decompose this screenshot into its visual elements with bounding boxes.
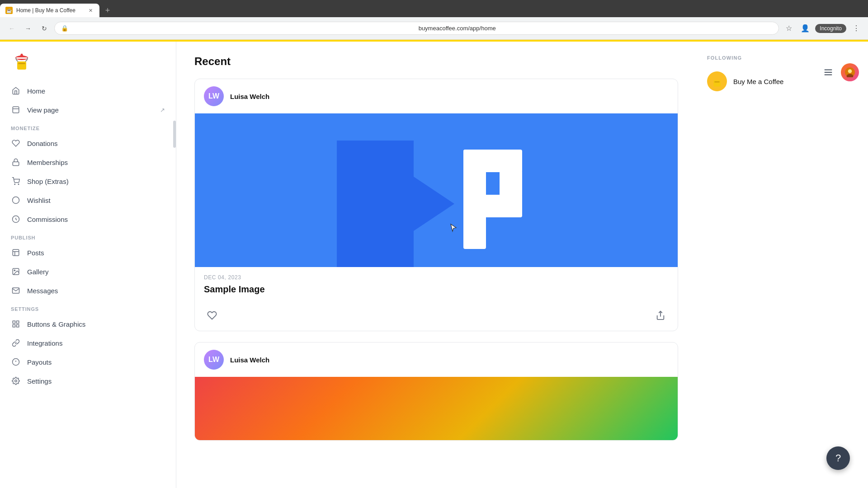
logo-icon	[12, 52, 32, 71]
post-image-1	[195, 113, 678, 267]
toolbar-icons: ☆ 👤 Incognito ⋮	[783, 22, 863, 35]
new-tab-button[interactable]: +	[101, 4, 114, 17]
scrollbar-thumb	[173, 121, 176, 148]
home-icon	[11, 86, 21, 96]
post-title-1: Sample Image	[204, 284, 669, 295]
sidebar: Home View page ↗ MONETIZE Donations	[0, 42, 176, 488]
publish-section-title: PUBLISH	[0, 229, 176, 243]
svg-point-10	[18, 184, 19, 185]
menu-icon[interactable]: ⋮	[850, 22, 863, 35]
page-title: Recent	[194, 55, 678, 68]
commissions-icon	[11, 214, 21, 224]
sidebar-item-buttons-graphics[interactable]: Buttons & Graphics	[0, 314, 176, 333]
help-icon: ?	[835, 452, 841, 464]
header-right	[821, 63, 859, 81]
reload-button[interactable]: ↻	[38, 22, 51, 35]
incognito-badge[interactable]: Incognito	[815, 24, 846, 33]
svg-rect-4	[17, 61, 26, 70]
post-date-1: DEC 04, 2023	[204, 274, 669, 281]
following-avatar-bmc	[707, 71, 727, 91]
post-image-2	[195, 377, 678, 440]
sidebar-item-commissions[interactable]: Commissions	[0, 210, 176, 229]
settings-section-title: SETTINGS	[0, 300, 176, 314]
author-avatar-2: LW	[204, 350, 224, 370]
hamburger-button[interactable]	[821, 65, 835, 80]
tab-title: Home | Buy Me a Coffee	[16, 7, 83, 14]
sidebar-item-shop[interactable]: Shop (Extras)	[0, 172, 176, 191]
like-button-1[interactable]	[204, 307, 220, 324]
post-image-2-bg	[195, 377, 678, 440]
sidebar-item-settings[interactable]: Settings	[0, 371, 176, 390]
sidebar-scrollbar[interactable]	[173, 42, 176, 488]
sidebar-item-integrations[interactable]: Integrations	[0, 333, 176, 352]
right-sidebar: FOLLOWING Buy Me a Coffee	[696, 42, 868, 488]
tab-bar: ☕ Home | Buy Me a Coffee ✕ +	[0, 0, 868, 17]
payouts-icon	[11, 357, 21, 367]
buttons-graphics-icon	[11, 319, 21, 329]
sidebar-item-home[interactable]: Home	[0, 81, 176, 100]
sidebar-item-gallery[interactable]: Gallery	[0, 262, 176, 281]
svg-point-39	[848, 69, 852, 73]
help-button[interactable]: ?	[826, 446, 850, 470]
svg-point-25	[15, 380, 17, 382]
active-tab[interactable]: ☕ Home | Buy Me a Coffee ✕	[0, 4, 99, 17]
forward-button[interactable]: →	[22, 22, 34, 35]
shop-icon	[11, 176, 21, 186]
author-avatar-1: LW	[204, 86, 224, 106]
sidebar-item-donations[interactable]: Donations	[0, 134, 176, 153]
following-title: FOLLOWING	[707, 55, 857, 61]
app-logo	[11, 51, 33, 72]
tab-close-button[interactable]: ✕	[87, 7, 94, 14]
post-card-header-1: LW Luisa Welch	[195, 79, 678, 113]
profile-icon[interactable]: 👤	[799, 22, 811, 35]
bookmark-icon[interactable]: ☆	[783, 22, 795, 35]
bmc-following-logo	[711, 75, 723, 88]
back-button[interactable]: ←	[5, 22, 18, 35]
svg-point-2	[20, 52, 23, 54]
svg-rect-21	[13, 325, 15, 327]
browser-chrome: ☕ Home | Buy Me a Coffee ✕ + ← → ↻ 🔒 buy…	[0, 0, 868, 40]
post-card-header-2: LW Luisa Welch	[195, 343, 678, 377]
share-button-1[interactable]	[652, 307, 669, 324]
view-page-icon	[11, 105, 21, 115]
sidebar-item-wishlist[interactable]: Wishlist	[0, 191, 176, 210]
gallery-icon	[11, 267, 21, 277]
svg-rect-3	[16, 57, 28, 59]
sidebar-header	[0, 42, 176, 81]
author-name-1: Luisa Welch	[230, 93, 269, 100]
sidebar-nav: Home View page ↗ MONETIZE Donations	[0, 81, 176, 488]
svg-point-9	[14, 184, 15, 185]
user-avatar[interactable]	[841, 63, 859, 81]
sidebar-item-payouts[interactable]: Payouts	[0, 352, 176, 371]
sidebar-item-view-page[interactable]: View page ↗	[0, 100, 176, 119]
svg-rect-6	[13, 107, 19, 113]
svg-rect-31	[500, 150, 522, 217]
posts-icon	[11, 248, 21, 258]
messages-icon	[11, 286, 21, 296]
browser-toolbar: ← → ↻ 🔒 buymeacoffee.com/app/home ☆ 👤 In…	[0, 17, 868, 40]
svg-rect-20	[17, 325, 19, 327]
main-content: Recent LW Luisa Welch	[176, 42, 696, 488]
svg-rect-19	[17, 321, 19, 323]
memberships-icon	[11, 157, 21, 167]
svg-rect-33	[713, 80, 720, 86]
external-link-icon: ↗	[160, 107, 165, 113]
address-bar[interactable]: 🔒 buymeacoffee.com/app/home	[54, 22, 779, 35]
wishlist-icon	[11, 195, 21, 205]
post-actions-1	[195, 302, 678, 331]
app-layout: Home View page ↗ MONETIZE Donations	[0, 42, 868, 488]
sidebar-item-memberships[interactable]: Memberships	[0, 153, 176, 172]
url-text: buymeacoffee.com/app/home	[419, 25, 773, 32]
sidebar-item-posts[interactable]: Posts	[0, 243, 176, 262]
monetize-section-title: MONETIZE	[0, 119, 176, 134]
svg-rect-13	[13, 249, 19, 256]
svg-rect-5	[18, 63, 25, 64]
sidebar-item-messages[interactable]: Messages	[0, 281, 176, 300]
tab-favicon: ☕	[5, 7, 13, 14]
svg-point-11	[13, 197, 19, 204]
svg-rect-8	[13, 162, 19, 165]
post-meta-1: DEC 04, 2023 Sample Image	[195, 267, 678, 295]
settings-icon	[11, 376, 21, 386]
post-image-svg	[195, 113, 678, 267]
post-card-2: LW Luisa Welch	[194, 342, 678, 441]
